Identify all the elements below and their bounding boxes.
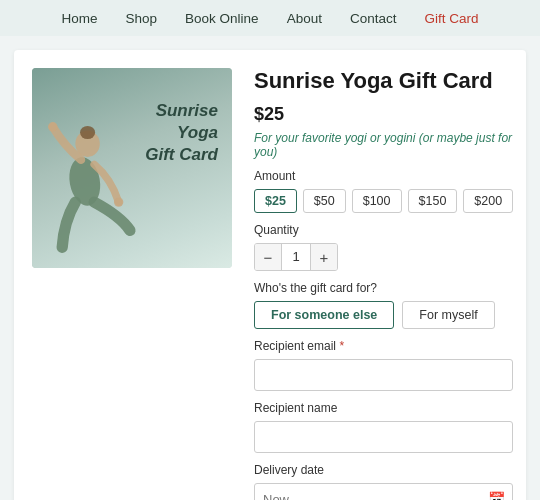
recipient-question: Who's the gift card for? xyxy=(254,281,513,295)
amount-btn-200[interactable]: $200 xyxy=(463,189,513,213)
quantity-minus-button[interactable]: − xyxy=(255,244,281,270)
recipient-email-section: Recipient email xyxy=(254,339,513,391)
product-title: Sunrise Yoga Gift Card xyxy=(254,68,513,94)
svg-point-3 xyxy=(48,122,57,131)
nav-about[interactable]: About xyxy=(287,11,322,26)
nav-contact[interactable]: Contact xyxy=(350,11,397,26)
delivery-date-wrapper: 📅 xyxy=(254,483,513,500)
quantity-section: Quantity − 1 + xyxy=(254,223,513,271)
quantity-label: Quantity xyxy=(254,223,513,237)
quantity-value: 1 xyxy=(281,244,311,270)
amount-btn-100[interactable]: $100 xyxy=(352,189,402,213)
svg-point-4 xyxy=(114,197,123,206)
main-nav: Home Shop Book Online About Contact Gift… xyxy=(0,0,540,36)
product-image: Sunrise Yoga Gift Card xyxy=(32,68,232,268)
delivery-date-section: Delivery date 📅 xyxy=(254,463,513,500)
nav-shop[interactable]: Shop xyxy=(126,11,158,26)
recipient-email-input[interactable] xyxy=(254,359,513,391)
page-body: Sunrise Yoga Gift Card xyxy=(14,50,526,500)
recipient-name-label: Recipient name xyxy=(254,401,513,415)
amount-options: $25 $50 $100 $150 $200 xyxy=(254,189,513,213)
delivery-date-input[interactable] xyxy=(254,483,513,500)
recipient-name-section: Recipient name xyxy=(254,401,513,453)
product-price: $25 xyxy=(254,104,513,125)
nav-gift-card[interactable]: Gift Card xyxy=(424,11,478,26)
recipient-section: Who's the gift card for? For someone els… xyxy=(254,281,513,329)
amount-label: Amount xyxy=(254,169,513,183)
product-subtitle: For your favorite yogi or yogini (or may… xyxy=(254,131,513,159)
amount-btn-50[interactable]: $50 xyxy=(303,189,346,213)
recipient-email-label: Recipient email xyxy=(254,339,513,353)
amount-btn-25[interactable]: $25 xyxy=(254,189,297,213)
quantity-control: − 1 + xyxy=(254,243,338,271)
recipient-name-input[interactable] xyxy=(254,421,513,453)
recipient-options: For someone else For myself xyxy=(254,301,513,329)
recipient-someone-else-button[interactable]: For someone else xyxy=(254,301,394,329)
quantity-plus-button[interactable]: + xyxy=(311,244,337,270)
amount-btn-150[interactable]: $150 xyxy=(408,189,458,213)
nav-home[interactable]: Home xyxy=(62,11,98,26)
svg-point-1 xyxy=(80,126,95,139)
yoga-figure-icon xyxy=(32,108,162,268)
delivery-date-label: Delivery date xyxy=(254,463,513,477)
recipient-myself-button[interactable]: For myself xyxy=(402,301,494,329)
product-details: Sunrise Yoga Gift Card $25 For your favo… xyxy=(232,68,513,500)
nav-book-online[interactable]: Book Online xyxy=(185,11,259,26)
amount-section: Amount $25 $50 $100 $150 $200 xyxy=(254,169,513,213)
